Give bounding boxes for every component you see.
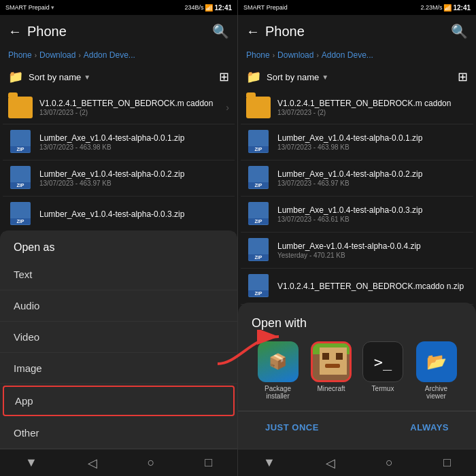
breadcrumb-download[interactable]: Download — [39, 50, 75, 60]
file-meta: 13/07/2023 - 463.61 KB — [277, 216, 468, 223]
signal-icon: 📶 — [205, 4, 213, 12]
r-sort-label: Sort by name — [267, 72, 319, 82]
file-meta: 13/07/2023 - 463.97 KB — [277, 180, 468, 187]
r-breadcrumb-download[interactable]: Download — [277, 50, 313, 60]
list-item[interactable]: ZIP Lumber_Axe_v1.0.4-test-alpha-0.0.1.z… — [241, 124, 473, 160]
grid-view-icon[interactable]: ⊞ — [219, 69, 229, 84]
r-signal-icon: 📶 — [443, 4, 452, 12]
nav-menu-btn[interactable]: □ — [205, 456, 212, 470]
list-item[interactable]: ZIP Lumber_Axe_v1.0.4-test-alpha-0.0.3.z… — [3, 197, 235, 233]
sort-label: Sort by name — [29, 72, 81, 82]
file-details: Lumber_Axe_v1.0.4-test-alpha-0.0.1.zip 1… — [39, 133, 229, 151]
r-nav-back-btn[interactable]: ◁ — [326, 456, 335, 471]
file-name: Lumber_Axe_v1.0.4-test-alpha-0.0.1.zip — [39, 133, 229, 143]
file-details: Lumber_Axe_v1.0.4-test-alpha-0.0.2.zip 1… — [277, 169, 468, 187]
r-breadcrumb-phone[interactable]: Phone — [246, 50, 270, 60]
zip-icon: ZIP — [246, 238, 271, 262]
nav-home-btn[interactable]: ○ — [147, 456, 154, 470]
carrier-label: SMART Prepaid — [5, 4, 50, 11]
left-bottom-nav: ▼ ◁ ○ □ — [0, 449, 237, 476]
app-label-minecraft: Minecraft — [317, 385, 345, 392]
file-name: V1.0.2.4.1_BETTER_ON_BEDROCK.m caddon — [277, 99, 468, 108]
file-chevron-icon: › — [226, 102, 229, 113]
r-back-button[interactable]: ← — [246, 24, 260, 39]
right-phone-panel: SMART Prepaid 2.23M/s 📶 12:41 ← Phone 🔍 … — [238, 0, 476, 476]
breadcrumb-sep1: › — [35, 52, 37, 59]
list-item[interactable]: V1.0.2.4.1_BETTER_ON_BEDROCK.m caddon 13… — [3, 91, 235, 124]
list-item[interactable]: ZIP Lumber_Axe_v1.0.4-test-alpha-0.0.2.z… — [3, 160, 235, 197]
left-toolbar: 📁 Sort by name ▼ ⊞ — [0, 63, 237, 91]
status-right: 234B/s 📶 12:41 — [184, 4, 232, 12]
just-once-button[interactable]: JUST ONCE — [260, 417, 324, 438]
file-details: Lumber_Axe_v1.0.4-test-alpha-0.0.2.zip 1… — [39, 169, 229, 187]
r-grid-view-icon[interactable]: ⊞ — [458, 69, 468, 84]
file-meta: 13/07/2023 - (2) — [277, 109, 468, 116]
list-item[interactable]: ZIP Lumber_Axe-v1.0.4-test-alpha-0.0.4.z… — [241, 233, 473, 269]
r-search-button[interactable]: 🔍 — [451, 23, 468, 39]
modal-item-video[interactable]: Video — [0, 322, 237, 353]
breadcrumb-phone[interactable]: Phone — [8, 50, 32, 60]
file-meta: 13/07/2023 - 463.98 KB — [39, 143, 229, 151]
app-item-archive-viewer[interactable]: 📂 Archive viewer — [414, 341, 458, 400]
left-phone-panel: SMART Prepaid ▾ 234B/s 📶 12:41 ← Phone 🔍… — [0, 0, 238, 476]
list-item[interactable]: ZIP Lumber_Axe_v1.0.4-test-alpha-0.0.2.z… — [241, 160, 473, 197]
r-nav-recent-btn[interactable]: ▼ — [263, 456, 275, 470]
list-item[interactable]: V1.0.2.4.1_BETTER_ON_BEDROCK.m caddon 13… — [241, 91, 473, 124]
file-name: Lumber_Axe_v1.0.4-test-alpha-0.0.2.zip — [277, 169, 468, 179]
always-button[interactable]: ALWAYS — [405, 417, 454, 438]
modal-item-app[interactable]: App — [3, 386, 235, 416]
open-with-dialog: Open with 📦 Package installer — [238, 303, 476, 449]
app-item-package-installer[interactable]: 📦 Package installer — [256, 341, 300, 400]
modal-item-audio[interactable]: Audio — [0, 290, 237, 322]
file-name: Lumber_Axe_v1.0.4-test-alpha-0.0.1.zip — [277, 133, 468, 143]
modal-item-other[interactable]: Other — [0, 418, 237, 449]
r-nav-menu-btn[interactable]: □ — [443, 456, 451, 470]
sort-button[interactable]: Sort by name ▼ — [29, 72, 214, 82]
breadcrumb-sep2: › — [78, 52, 80, 59]
file-name: V1.0.2.4.1_BETTER_ON_BEDROCK.m caddon — [39, 99, 219, 108]
left-status-bar: SMART Prepaid ▾ 234B/s 📶 12:41 — [0, 0, 237, 15]
right-status-bar: SMART Prepaid 2.23M/s 📶 12:41 — [238, 0, 476, 15]
modal-item-image[interactable]: Image — [0, 353, 237, 384]
folder-icon — [246, 97, 271, 118]
zip-icon: ZIP — [8, 202, 33, 226]
r-breadcrumb-sep2: › — [316, 52, 318, 59]
app-label-termux: Termux — [372, 385, 394, 392]
app-label-package-installer: Package installer — [256, 385, 300, 400]
left-breadcrumb: Phone › Download › Addon Deve... — [0, 48, 237, 63]
r-breadcrumb-sep1: › — [273, 52, 275, 59]
file-details: V1.0.2.4.1_BETTER_ON_BEDROCK.m caddon 13… — [277, 99, 468, 116]
app-item-minecraft[interactable]: Minecraft — [311, 341, 352, 392]
r-carrier-label: SMART Prepaid — [243, 4, 288, 11]
file-name: Lumber_Axe_v1.0.4-test-alpha-0.0.2.zip — [39, 169, 229, 179]
modal-item-text[interactable]: Text — [0, 259, 237, 290]
right-top-nav: ← Phone 🔍 — [238, 15, 476, 48]
file-details: V1.0.2.4.1_BETTER_ON_BEDROCK.mcaddo n.zi… — [277, 282, 468, 292]
search-button[interactable]: 🔍 — [212, 23, 229, 39]
zip-icon: ZIP — [8, 166, 33, 190]
zip-icon: ZIP — [246, 274, 271, 299]
time-label: 12:41 — [214, 4, 232, 12]
file-details: Lumber_Axe_v1.0.4-test-alpha-0.0.1.zip 1… — [277, 133, 468, 151]
right-toolbar: 📁 Sort by name ▼ ⊞ — [238, 63, 476, 91]
back-button[interactable]: ← — [8, 24, 22, 39]
r-sort-button[interactable]: Sort by name ▼ — [267, 72, 452, 82]
file-name: V1.0.2.4.1_BETTER_ON_BEDROCK.mcaddo n.zi… — [277, 282, 468, 291]
nav-recent-btn[interactable]: ▼ — [25, 456, 37, 470]
list-item[interactable]: ZIP Lumber_Axe_v1.0.4-test-alpha-0.0.1.z… — [3, 124, 235, 160]
r-folder-add-icon[interactable]: 📁 — [246, 69, 261, 84]
sort-chevron-icon: ▼ — [84, 73, 90, 81]
file-meta: Yesterday - 470.21 KB — [277, 252, 468, 259]
file-meta: 13/07/2023 - (2) — [39, 109, 219, 116]
nav-back-btn[interactable]: ◁ — [88, 456, 97, 471]
r-nav-home-btn[interactable]: ○ — [386, 456, 393, 470]
app-item-termux[interactable]: >_ Termux — [362, 341, 403, 392]
breadcrumb-current: Addon Deve... — [84, 50, 135, 60]
r-sort-chevron-icon: ▼ — [322, 73, 328, 81]
folder-add-icon[interactable]: 📁 — [8, 69, 23, 84]
list-item[interactable]: ZIP V1.0.2.4.1_BETTER_ON_BEDROCK.mcaddo … — [241, 269, 473, 305]
list-item[interactable]: ZIP Lumber_Axe_v1.0.4-test-alpha-0.0.3.z… — [241, 197, 473, 233]
status-left: SMART Prepaid ▾ — [5, 4, 54, 11]
open-with-buttons: JUST ONCE ALWAYS — [238, 411, 476, 443]
open-with-title: Open with — [238, 303, 476, 341]
